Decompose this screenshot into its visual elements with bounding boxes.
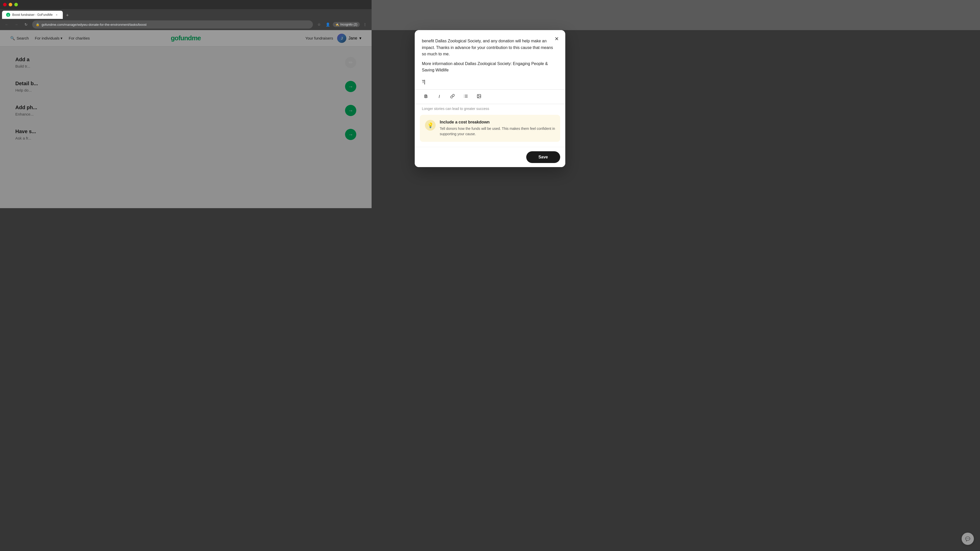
address-bar[interactable]: 🔒 gofundme.com/manage/wdywu-donate-for-t… (32, 21, 313, 29)
minimize-window-btn[interactable]: − (9, 3, 12, 6)
window-controls: × − □ (3, 3, 18, 6)
modal-overlay (0, 30, 372, 208)
tab-close-btn[interactable]: × (55, 13, 59, 17)
profile-btn[interactable]: 👤 (324, 21, 331, 28)
tabs-bar: g Boost fundraiser - GoFundMe × + (0, 9, 372, 19)
forward-btn[interactable]: → (13, 21, 20, 28)
page-background: 🔍 Search For individuals ▾ For charities… (0, 30, 372, 208)
active-tab[interactable]: g Boost fundraiser - GoFundMe × (2, 11, 63, 19)
menu-btn[interactable]: ⋮ (361, 21, 369, 28)
browser-chrome: × − □ g Boost fundraiser - GoFundMe × + … (0, 0, 372, 30)
refresh-btn[interactable]: ↻ (22, 21, 30, 28)
tab-favicon: g (6, 13, 10, 17)
bookmark-btn[interactable]: ☆ (315, 21, 323, 28)
secure-icon: 🔒 (36, 23, 40, 26)
close-window-btn[interactable]: × (3, 3, 6, 6)
incognito-badge: 🕵 Incognito (2) (333, 22, 360, 27)
tab-title: Boost fundraiser - GoFundMe (12, 13, 52, 17)
incognito-label: Incognito (2) (340, 23, 357, 26)
url-text: gofundme.com/manage/wdywu-donate-for-the… (41, 23, 309, 27)
browser-toolbar: ← → ↻ 🔒 gofundme.com/manage/wdywu-donate… (0, 19, 372, 30)
toolbar-actions: ☆ 👤 🕵 Incognito (2) ⋮ (315, 21, 369, 28)
incognito-icon: 🕵 (335, 23, 339, 26)
titlebar: × − □ (0, 0, 372, 9)
maximize-window-btn[interactable]: □ (14, 3, 18, 6)
back-btn[interactable]: ← (3, 21, 10, 28)
new-tab-btn[interactable]: + (64, 12, 71, 19)
